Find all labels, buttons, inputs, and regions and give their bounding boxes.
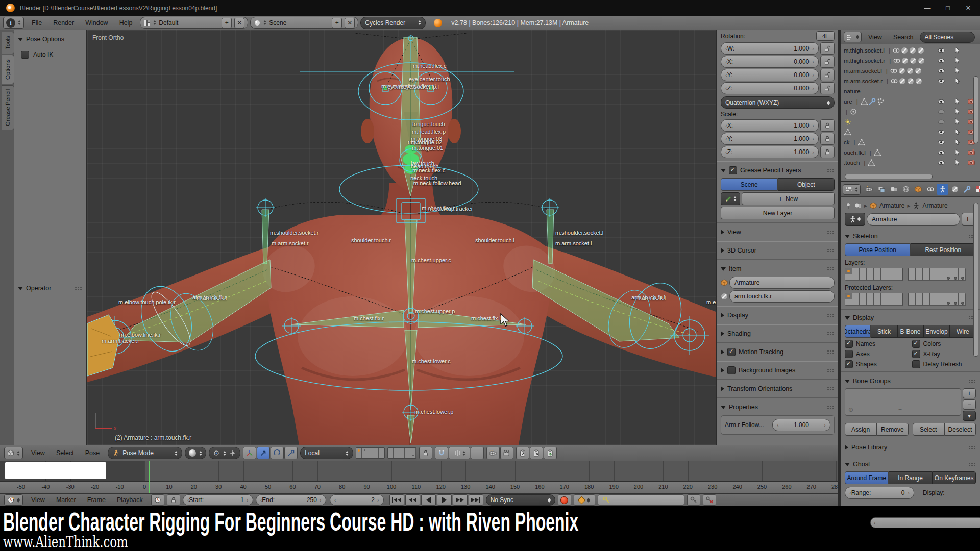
timeline-menu-playback[interactable]: Playback	[111, 496, 149, 504]
breadcrumb-data[interactable]: Armature	[922, 202, 947, 209]
lock-open-button[interactable]	[820, 82, 835, 94]
grease-pencil-layers-header[interactable]: Grease Pencil Layers	[721, 164, 835, 177]
outliner-menu-view[interactable]: View	[863, 34, 888, 41]
keying-set-dropdown[interactable]	[574, 494, 595, 506]
background-images-checkbox[interactable]	[727, 366, 736, 374]
editor-type-selector[interactable]	[4, 447, 23, 459]
menu-window[interactable]: Window	[80, 19, 113, 27]
cursor-toggle-icon[interactable]	[954, 78, 961, 85]
layers-grid-2[interactable]	[387, 447, 416, 459]
skeleton-panel-header[interactable]: Skeleton	[845, 230, 976, 242]
outliner-row[interactable]: nature	[841, 86, 980, 96]
lock-closed-button[interactable]	[820, 119, 835, 132]
eye-toggle-icon[interactable]	[938, 108, 945, 115]
pose-options-panel-header[interactable]: Pose Options	[18, 33, 82, 45]
shading-panel-header[interactable]: Shading	[721, 328, 835, 340]
eye-toggle-icon[interactable]	[938, 129, 945, 136]
editor-type-selector[interactable]	[843, 184, 861, 195]
shelf-tab-tools[interactable]: Tools	[2, 32, 14, 54]
playback-range-button[interactable]	[151, 494, 164, 506]
outliner-horizontal-scrollbar[interactable]	[845, 174, 933, 179]
timeline-band[interactable]	[0, 461, 838, 481]
editor-type-selector[interactable]: i	[3, 17, 24, 29]
outliner-row[interactable]: .touch|	[841, 158, 980, 168]
gp-tab-scene[interactable]: Scene	[721, 178, 778, 191]
insert-keyframe-button[interactable]	[687, 494, 700, 506]
delete-scene-button[interactable]: ✕	[345, 18, 355, 28]
properties-tab-world[interactable]	[900, 184, 912, 195]
next-keyframe-button[interactable]	[453, 494, 468, 506]
bone-groups-list[interactable]: ⊕ =	[845, 388, 961, 416]
camera-toggle-icon[interactable]	[968, 159, 975, 166]
deselect-button[interactable]: Deselect	[944, 423, 976, 436]
maximize-button[interactable]: □	[939, 3, 957, 14]
transform-field-z[interactable]: ‹Z:0.000›	[721, 82, 819, 94]
minimize-button[interactable]: —	[919, 3, 936, 14]
colors-checkbox[interactable]	[912, 340, 920, 348]
active-keying-set-field[interactable]	[598, 494, 684, 506]
bone-group-add-button[interactable]: +	[963, 388, 976, 398]
transform-field-x[interactable]: ‹X:1.000›	[721, 119, 819, 132]
delete-keyframe-button[interactable]	[703, 494, 716, 506]
record-button[interactable]	[558, 494, 571, 506]
cursor-toggle-icon[interactable]	[954, 159, 961, 166]
menu-render[interactable]: Render	[47, 19, 80, 27]
outliner-row[interactable]	[841, 117, 980, 127]
paste-pose-button[interactable]	[530, 447, 543, 459]
cursor-toggle-icon[interactable]	[954, 57, 961, 64]
pivot-dropdown[interactable]	[209, 447, 240, 459]
transform-field-x[interactable]: ‹X:0.000›	[721, 56, 819, 68]
gp-checkbox[interactable]	[729, 166, 737, 174]
screen-layout-selector[interactable]: Default + ✕	[140, 17, 248, 29]
cursor-toggle-icon[interactable]	[954, 118, 961, 126]
outliner-row[interactable]: m.thigh.socket.l|	[841, 45, 980, 56]
outliner-menu-search[interactable]: Search	[888, 34, 919, 41]
jump-to-end-button[interactable]	[469, 494, 483, 506]
names-checkbox[interactable]	[845, 340, 853, 348]
pose-library-panel-header[interactable]: Pose Library	[845, 441, 976, 454]
editor-type-selector[interactable]	[4, 494, 23, 506]
frame-start-field[interactable]: ‹Start:1›	[183, 494, 253, 506]
lock-open-button[interactable]	[820, 56, 835, 68]
transform-orientations-panel-header[interactable]: Transform Orientations	[721, 383, 835, 395]
motion-tracking-panel-header[interactable]: Motion Tracking	[721, 346, 835, 358]
properties-tab-constraints[interactable]	[924, 184, 936, 195]
shading-dropdown[interactable]	[185, 447, 206, 459]
x-ray-checkbox[interactable]	[912, 350, 920, 358]
display-panel-header[interactable]: Display	[721, 309, 835, 321]
item-bone-field[interactable]: arm.touch.fk.r	[729, 290, 835, 303]
display-type-octahedral[interactable]: Octahedral	[845, 325, 871, 338]
outliner-row[interactable]: m.arm.socket.l|	[841, 66, 980, 76]
bone-groups-panel-header[interactable]: Bone Groups	[845, 375, 976, 387]
display-type-wire[interactable]: Wire	[950, 325, 976, 338]
eye-toggle-icon[interactable]	[938, 139, 945, 146]
lock-open-button[interactable]	[820, 42, 835, 55]
select-button[interactable]: Select	[913, 423, 944, 436]
properties-tab-bone[interactable]	[949, 184, 961, 195]
current-frame-field[interactable]: ‹2›	[330, 494, 384, 506]
outliner-vertical-scrollbar[interactable]	[973, 76, 978, 143]
timeline-menu-marker[interactable]: Marker	[51, 496, 82, 504]
paste-flipped-pose-button[interactable]	[544, 447, 557, 459]
armature-name-field[interactable]: Armature	[867, 213, 960, 226]
close-button[interactable]: ✕	[960, 3, 977, 14]
shelf-tab-grease-pencil[interactable]: Grease Pencil	[2, 85, 14, 130]
properties-tab-scene[interactable]	[888, 184, 899, 195]
pose-position-button[interactable]: Pose Position	[845, 243, 911, 256]
lock-open-button[interactable]	[820, 69, 835, 81]
display-panel-header[interactable]: Display	[845, 312, 976, 324]
snap-target-button[interactable]	[471, 447, 484, 459]
viewport-menu-select[interactable]: Select	[51, 449, 80, 457]
ghost-mode-in-range[interactable]: In Range	[889, 471, 933, 484]
properties-tab-object[interactable]	[912, 184, 924, 195]
cursor-toggle-icon[interactable]	[954, 47, 961, 54]
add-layout-button[interactable]: +	[222, 18, 232, 28]
properties-panel-header[interactable]: Properties	[721, 401, 835, 413]
snap-element-dropdown[interactable]	[449, 447, 470, 459]
frame-end-field[interactable]: ‹End:250›	[256, 494, 326, 506]
previous-keyframe-button[interactable]	[405, 494, 420, 506]
properties-tab-render-layers[interactable]	[875, 184, 887, 195]
timeline-menu-frame[interactable]: Frame	[82, 496, 111, 504]
cursor-toggle-icon[interactable]	[954, 67, 961, 74]
outliner-row[interactable]: |	[841, 107, 980, 117]
